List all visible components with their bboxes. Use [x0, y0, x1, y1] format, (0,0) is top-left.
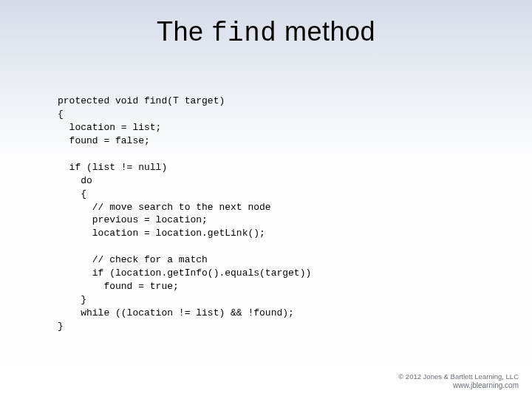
code-line: } — [58, 321, 64, 332]
code-line: // move search to the next node — [58, 202, 271, 213]
code-line: protected void find(T target) — [58, 95, 225, 106]
title-prefix: The — [157, 16, 211, 47]
code-line: found = false; — [58, 135, 150, 146]
title-code: find — [211, 18, 276, 49]
slide: The find method protected void find(T ta… — [0, 0, 532, 399]
code-line: { — [58, 188, 86, 200]
title-suffix: method — [276, 16, 375, 47]
code-line: if (location.getInfo().equals(target)) — [58, 267, 311, 279]
code-line: do — [58, 175, 92, 186]
code-line: location = list; — [58, 122, 161, 133]
footer-copyright: © 2012 Jones & Bartlett Learning, LLC — [398, 372, 519, 381]
code-block: protected void find(T target) { location… — [58, 95, 311, 333]
footer: © 2012 Jones & Bartlett Learning, LLC ww… — [398, 372, 519, 390]
slide-title: The find method — [0, 16, 532, 49]
code-line: } — [58, 294, 86, 305]
code-line: previous = location; — [58, 214, 208, 225]
code-line: if (list != null) — [58, 162, 167, 173]
footer-url: www.jblearning.com — [398, 381, 519, 391]
code-line: found = true; — [58, 281, 179, 292]
code-line: location = location.getLink(); — [58, 228, 265, 239]
code-line: while ((location != list) && !found); — [58, 307, 294, 318]
code-line: // check for a match — [58, 254, 208, 265]
code-line: { — [58, 109, 64, 120]
